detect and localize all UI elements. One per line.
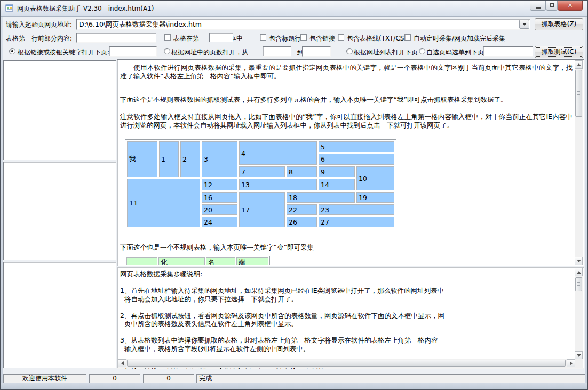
steps-horizontal-scrollbar[interactable]: [118, 359, 575, 368]
arrow-up-icon: [577, 271, 581, 274]
option-checkbox[interactable]: [338, 34, 344, 41]
demo-irregular-table: 我123456789101112131416171819202223242627: [125, 139, 396, 229]
radio-open-by-link[interactable]: [9, 48, 15, 54]
browser-pane[interactable]: 使用本软件进行网页表格数据的采集，最重要的是要抓住指定网页表格中的关键字，就是一…: [117, 59, 584, 266]
table-cell: 8: [287, 166, 317, 177]
app-window: 网页表格数据采集助手 V2.30 - index.htm(A1) ✕ 请输入起始…: [0, 0, 588, 390]
table-cell: 11: [127, 179, 200, 227]
scroll-right-button[interactable]: [567, 359, 575, 367]
minimize-button[interactable]: [530, 1, 546, 11]
urls-listbox[interactable]: [3, 262, 116, 368]
radio-open-by-pagenum-label: 根据网址中的页数打开，从: [171, 49, 248, 56]
table-cell: 12: [202, 179, 237, 190]
scroll-left-button[interactable]: [118, 359, 126, 367]
radio-open-by-link-label: 根据链接或按钮关键字打开下页:: [18, 49, 109, 56]
pagenum-from-input[interactable]: [263, 46, 291, 57]
close-icon: ✕: [568, 2, 573, 9]
table-cell: 26: [287, 217, 317, 227]
table-cell: 23: [319, 204, 394, 215]
table-cell: 9: [319, 166, 355, 177]
tables-listbox[interactable]: [3, 60, 116, 160]
browser-paragraph: 下面这个也是一个不规则表格，输入本页唯一关键字“变”即可采集: [120, 243, 573, 252]
table-cell: 10: [356, 166, 394, 190]
status-count-1: 0: [89, 374, 140, 383]
table-cell: 17: [239, 192, 285, 227]
steps-vertical-scrollbar[interactable]: [575, 268, 583, 360]
green-table: 化名端: [125, 256, 270, 265]
table-cell: 1: [159, 141, 179, 177]
option-checkbox[interactable]: [404, 34, 411, 41]
steps-textarea[interactable]: 网页表格数据采集步骤说明: 1、首先在地址栏输入待采集的网页地址，如果待采集网页…: [117, 267, 584, 369]
option-checkbox-label: 包含链接: [309, 35, 335, 42]
grab-test-button[interactable]: 抓取测试(C): [535, 46, 583, 58]
radio-open-by-urllist[interactable]: [346, 48, 353, 54]
arrow-right-icon: [570, 361, 573, 365]
maximize-button[interactable]: [546, 1, 558, 11]
scroll-up-button[interactable]: [575, 60, 583, 69]
arrow-down-icon: [577, 354, 581, 357]
browser-paragraph: 下面这个是不规则表格数据的抓取测试表，具有多行多列单元格的合并，输入本页唯一关键…: [120, 95, 573, 104]
scroll-down-button[interactable]: [575, 351, 583, 360]
arrow-left-icon: [121, 361, 124, 365]
title-bar[interactable]: 网页表格数据采集助手 V2.30 - index.htm(A1) ✕: [1, 1, 587, 17]
combobox-dropdown-button[interactable]: [519, 20, 529, 29]
table-cell: 3: [202, 141, 237, 177]
green-table-cell: 化: [158, 257, 205, 265]
window-title: 网页表格数据采集助手 V2.30 - index.htm(A1): [17, 4, 154, 13]
fields-listbox[interactable]: [3, 162, 116, 260]
url-combobox[interactable]: D:\6.10\网页表格数据采集器\index.htm: [76, 19, 530, 30]
toolbar-grip: [2, 19, 4, 30]
window-frame-left: [1, 15, 3, 389]
green-table-cell: 端: [236, 257, 268, 265]
browser-content: 使用本软件进行网页表格数据的采集，最重要的是要抓住指定网页表格中的关键字，就是一…: [118, 60, 574, 265]
table-cell: 5: [319, 141, 394, 152]
pagenum-to-input[interactable]: [302, 46, 331, 57]
green-table-cell: 名: [206, 257, 235, 265]
scrollbar-thumb[interactable]: [127, 360, 566, 367]
radio-open-by-pagenum[interactable]: [164, 48, 170, 54]
option-checkbox[interactable]: [300, 34, 307, 41]
scroll-up-button[interactable]: [575, 268, 583, 276]
grab-table-button[interactable]: 抓取表格(Z): [535, 18, 583, 30]
table-cell: 27: [319, 217, 394, 227]
pagemenu-input[interactable]: [483, 46, 533, 57]
radio-open-by-pagemenu[interactable]: [419, 48, 425, 54]
option-checkbox-label: 包含表格线(TXT/CSV): [347, 35, 411, 42]
table-cell: 19: [356, 192, 394, 203]
close-button[interactable]: ✕: [558, 1, 583, 11]
option-checkbox-label: 自动定时采集/网页加载完后采集: [414, 35, 505, 42]
radio-open-by-urllist-label: 根据网址列表打开下页: [354, 49, 418, 56]
link-keyword-input[interactable]: [109, 46, 157, 57]
table-cell: 14: [319, 179, 355, 190]
scrollbar-thumb[interactable]: [575, 277, 582, 291]
green-table-cell: [126, 257, 157, 265]
radio-open-by-pagemenu-label: 自选页码选单到下页: [426, 49, 484, 56]
option-checkbox[interactable]: [260, 34, 266, 41]
table-cell: 6: [319, 154, 394, 165]
table-cell: 24: [202, 217, 237, 227]
table-cell: 7: [239, 166, 285, 177]
options-checkbox-row: 包含标题行包含链接包含表格线(TXT/CSV)自动定时采集/网页加载完后采集: [1, 32, 588, 44]
table-cell: 18: [287, 192, 355, 203]
option-checkbox-label: 包含标题行: [269, 35, 301, 42]
chevron-down-icon: [522, 23, 527, 26]
table-cell: 20: [202, 204, 237, 215]
table-cell: 13: [239, 179, 317, 190]
scroll-down-button[interactable]: [575, 257, 583, 265]
url-value: D:\6.10\网页表格数据采集器\index.htm: [79, 20, 202, 29]
table-cell: 16: [202, 192, 237, 203]
window-frame-bottom: [1, 383, 587, 389]
toolbar-grip: [2, 46, 4, 58]
table-cell: 我: [127, 141, 157, 177]
browser-vertical-scrollbar[interactable]: [575, 60, 583, 265]
browser-paragraph: 注意软件多处输入框支持直接从网页拖入，比如下面表格中的“我”字，你可以直接拖入到…: [120, 113, 573, 130]
thumb-grip-icon: [577, 282, 580, 286]
table-cell: 22: [287, 204, 317, 215]
url-label: 请输入起始页网页地址:: [6, 21, 72, 28]
browser-paragraph: 使用本软件进行网页表格数据的采集，最重要的是要抓住指定网页表格中的关键字，就是一…: [120, 63, 573, 81]
maximize-icon: [550, 3, 554, 7]
status-count-2: 0: [143, 374, 194, 383]
scrollbar-thumb[interactable]: [575, 70, 582, 117]
steps-text: 网页表格数据采集步骤说明: 1、首先在地址栏输入待采集的网页地址，如果待采集网页…: [120, 270, 573, 357]
scrollbar-corner: [575, 359, 583, 368]
